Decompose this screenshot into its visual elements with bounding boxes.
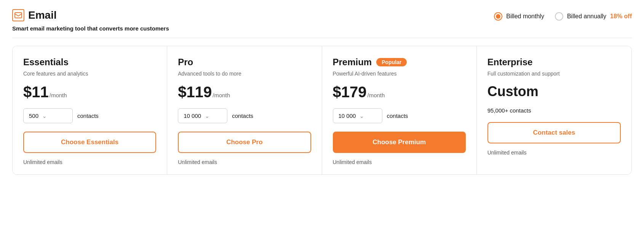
contacts-row-premium: 10 000⌄contacts [333,108,466,123]
cta-button-essentials[interactable]: Choose Essentials [23,132,156,153]
plan-price-row-essentials: $11/month [23,84,156,101]
subtitle: Smart email marketing tool that converts… [12,25,169,32]
cta-button-premium[interactable]: Choose Premium [333,132,466,153]
contacts-label-premium: contacts [387,113,408,119]
unlimited-label-pro: Unlimited emails [178,159,311,165]
email-icon [12,9,24,21]
contacts-label-essentials: contacts [77,113,99,119]
discount-label: 18% off [610,13,632,20]
plan-description-premium: Powerful AI-driven features [333,71,466,77]
contacts-static-enterprise: 95,000+ contacts [487,107,531,114]
plan-card-essentials: EssentialsCore features and analytics$11… [13,46,167,174]
plan-title-row-enterprise: Enterprise [487,57,621,68]
cta-button-enterprise[interactable]: Contact sales [487,122,621,143]
plan-title-row-essentials: Essentials [23,57,156,68]
contacts-select-premium[interactable]: 10 000⌄ [333,108,382,123]
contacts-value-essentials: 500 [29,113,38,119]
plan-card-premium: PremiumPopularPowerful AI-driven feature… [322,46,477,174]
billing-monthly-label: Billed monthly [506,13,544,20]
plan-name-premium: Premium [333,57,372,68]
plan-price-row-premium: $179/month [333,84,466,101]
plan-price-period-pro: /month [213,92,230,98]
radio-annually [555,12,563,21]
plan-price-row-pro: $119/month [178,84,311,101]
plan-name-enterprise: Enterprise [487,57,533,68]
billing-annually[interactable]: Billed annually 18% off [555,12,632,21]
header-left: Email Smart email marketing tool that co… [12,9,169,32]
plan-card-enterprise: EnterpriseFull customization and support… [477,46,631,174]
plan-price-amount-pro: $119 [178,84,212,101]
plan-title-row-pro: Pro [178,57,311,68]
contacts-value-premium: 10 000 [339,113,356,119]
contacts-row-pro: 10 000⌄contacts [178,108,311,123]
contacts-select-pro[interactable]: 10 000⌄ [178,108,227,123]
app-title: Email [12,9,169,21]
chevron-down-icon: ⌄ [42,113,47,119]
plan-description-enterprise: Full customization and support [487,71,621,77]
billing-annually-label: Billed annually [567,13,606,20]
contacts-select-essentials[interactable]: 500⌄ [23,108,73,123]
plan-price-row-enterprise: Custom [487,84,621,100]
plan-description-pro: Advanced tools to do more [178,71,311,77]
plan-title-row-premium: PremiumPopular [333,57,466,68]
plan-name-essentials: Essentials [23,57,69,68]
plans-grid: EssentialsCore features and analytics$11… [12,46,632,175]
plan-price-amount-premium: $179 [333,84,367,101]
plan-name-pro: Pro [178,57,193,68]
billing-toggle: Billed monthly Billed annually 18% off [494,12,632,21]
plan-price-amount-essentials: $11 [23,84,49,101]
svg-rect-0 [15,13,22,18]
page-header: Email Smart email marketing tool that co… [12,9,632,32]
contacts-value-pro: 10 000 [184,113,201,119]
plan-price-period-essentials: /month [50,92,67,98]
unlimited-label-premium: Unlimited emails [333,159,466,165]
chevron-down-icon: ⌄ [205,113,209,119]
cta-button-pro[interactable]: Choose Pro [178,132,311,153]
radio-monthly-fill [496,14,500,19]
unlimited-label-enterprise: Unlimited emails [487,150,621,156]
contacts-row-enterprise: 95,000+ contacts [487,107,621,114]
header-divider [12,38,632,38]
plan-price-enterprise: Custom [487,84,539,100]
radio-monthly [494,12,502,21]
plan-price-period-premium: /month [367,92,385,98]
unlimited-label-essentials: Unlimited emails [23,159,156,165]
popular-badge: Popular [376,58,407,66]
plan-card-pro: ProAdvanced tools to do more$119/month10… [167,46,322,174]
contacts-label-pro: contacts [232,113,253,119]
billing-monthly[interactable]: Billed monthly [494,12,544,21]
chevron-down-icon: ⌄ [360,113,364,119]
contacts-row-essentials: 500⌄contacts [23,108,156,123]
plan-description-essentials: Core features and analytics [23,71,156,77]
